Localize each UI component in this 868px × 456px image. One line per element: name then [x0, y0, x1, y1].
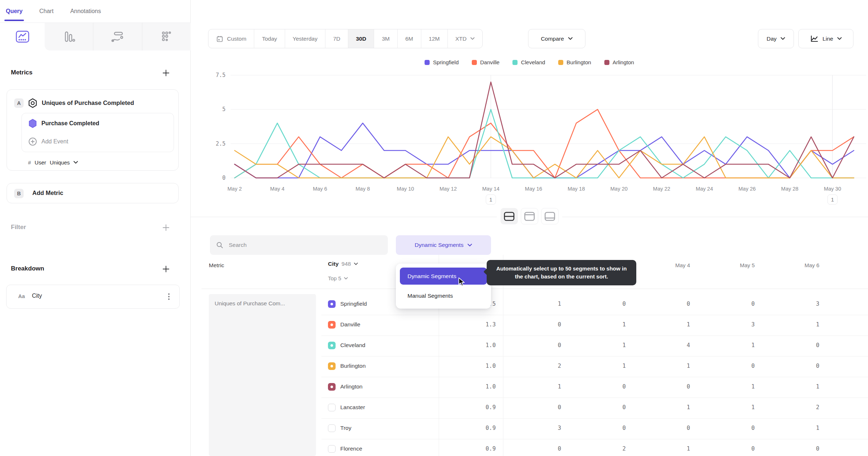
- add-filter-button[interactable]: [162, 224, 171, 232]
- metric-b-badge: B: [14, 189, 24, 198]
- segment-checkbox-florence[interactable]: [328, 445, 336, 453]
- range-yesterday[interactable]: Yesterday: [285, 29, 325, 48]
- compare-button[interactable]: Compare: [528, 29, 585, 48]
- search-input[interactable]: [228, 241, 382, 249]
- segment-checkbox-springfield[interactable]: [328, 300, 336, 308]
- row-divider: [321, 377, 868, 377]
- chevron-down-icon: [73, 161, 78, 164]
- table-cell: 1: [564, 321, 626, 328]
- segment-name[interactable]: Springfield: [340, 301, 367, 307]
- add-event-plus-icon: [28, 137, 38, 147]
- tab-query[interactable]: Query: [6, 8, 23, 15]
- segment-checkbox-arlington[interactable]: [328, 383, 336, 391]
- add-metric-label: Add Metric: [32, 190, 63, 196]
- metric-a-title: Uniques of Purchase Completed: [42, 99, 134, 106]
- segment-name[interactable]: Troy: [340, 425, 351, 431]
- segment-checkbox-lancaster[interactable]: [328, 404, 336, 411]
- range-custom[interactable]: Custom: [208, 29, 254, 48]
- top-n-selector[interactable]: Top 5: [328, 275, 348, 281]
- range-label: XTD: [455, 36, 467, 42]
- table-header-border: [202, 289, 868, 289]
- chart-type-line-active[interactable]: [0, 23, 45, 50]
- x-axis-tick: May 22: [653, 186, 670, 192]
- range-12m[interactable]: 12M: [421, 29, 447, 48]
- range-3m[interactable]: 3M: [374, 29, 397, 48]
- legend-item-arlington[interactable]: Arlington: [604, 59, 634, 65]
- chart-type-scatter[interactable]: [142, 23, 191, 50]
- table-cell: 1: [499, 301, 561, 307]
- segment-name[interactable]: Burlington: [340, 363, 366, 369]
- breakdown-item-city[interactable]: Aa City: [6, 285, 180, 309]
- segment-name[interactable]: Cleveland: [340, 342, 365, 349]
- chart-style-button[interactable]: Line: [798, 29, 853, 48]
- granularity-button[interactable]: Day: [758, 29, 794, 48]
- menu-item-dynamic-segments[interactable]: Dynamic Segments: [400, 268, 487, 285]
- menu-item-manual-segments[interactable]: Manual Segments: [400, 288, 487, 304]
- segment-name[interactable]: Danville: [340, 321, 360, 328]
- chart-type-bar[interactable]: [45, 23, 93, 50]
- segment-checkbox-danville[interactable]: [328, 321, 336, 329]
- layout-top-button[interactable]: [521, 208, 538, 224]
- annotation-badge-label: 1: [489, 196, 492, 203]
- range-6m[interactable]: 6M: [397, 29, 421, 48]
- table-cell: 1: [564, 342, 626, 349]
- segment-name[interactable]: Florence: [340, 445, 362, 452]
- legend-swatch: [558, 60, 563, 65]
- event-card: Purchase Completed Add Event: [21, 113, 174, 152]
- chart-type-flow[interactable]: [93, 23, 142, 50]
- legend-item-cleveland[interactable]: Cleveland: [512, 59, 545, 65]
- add-breakdown-button[interactable]: [162, 265, 171, 274]
- x-axis-tick: May 28: [781, 186, 799, 192]
- segment-name[interactable]: Arlington: [340, 383, 362, 390]
- range-label: Custom: [227, 36, 246, 42]
- chart-line-burlington[interactable]: [235, 137, 854, 178]
- range-xtd[interactable]: XTD: [447, 29, 482, 48]
- add-metric-plus-button[interactable]: [162, 69, 171, 78]
- segment-average: 1.0: [434, 363, 496, 369]
- measure-selector[interactable]: # User Uniques: [28, 159, 78, 166]
- chevron-down-icon: [780, 37, 785, 40]
- tab-chart[interactable]: Chart: [39, 8, 53, 15]
- annotation-badge-label: 1: [831, 196, 834, 203]
- tab-annotations[interactable]: Annotations: [70, 8, 101, 15]
- table-header-city[interactable]: City 948: [328, 261, 358, 267]
- granularity-label: Day: [767, 36, 777, 42]
- row-divider: [321, 356, 868, 357]
- legend-item-danville[interactable]: Danville: [472, 59, 499, 65]
- segment-search: [210, 235, 388, 255]
- flow-chart-icon: [111, 30, 125, 43]
- segment-mode-button[interactable]: Dynamic Segments: [396, 235, 491, 255]
- table-cell: 0: [499, 321, 561, 328]
- metric-a-badge: A: [14, 98, 24, 108]
- segment-checkbox-cleveland[interactable]: [328, 342, 336, 349]
- range-7d[interactable]: 7D: [325, 29, 348, 48]
- kebab-menu-icon[interactable]: [166, 293, 171, 301]
- range-today[interactable]: Today: [254, 29, 284, 48]
- metric-card-b[interactable]: B Add Metric: [7, 183, 179, 203]
- dynamic-segments-tooltip: Automatically select up to 50 segments t…: [487, 260, 636, 285]
- legend-swatch: [604, 60, 609, 65]
- segment-name[interactable]: Lancaster: [340, 404, 365, 411]
- add-event-button[interactable]: Add Event: [41, 138, 68, 145]
- legend-item-burlington[interactable]: Burlington: [558, 59, 591, 65]
- table-cell: 0: [499, 445, 561, 452]
- chart-line-springfield[interactable]: [235, 123, 854, 178]
- table-column-header: May 7: [822, 262, 868, 268]
- metric-card-a: A Uniques of Purchase Completed Purchase…: [7, 89, 179, 171]
- measure-type-label: Uniques: [50, 159, 70, 166]
- row-divider: [321, 398, 868, 398]
- layout-split-button[interactable]: [500, 208, 518, 224]
- table-cell: 0: [564, 301, 626, 307]
- segment-checkbox-troy[interactable]: [328, 424, 336, 432]
- event-name[interactable]: Purchase Completed: [41, 120, 99, 127]
- legend-item-springfield[interactable]: Springfield: [425, 59, 459, 65]
- segment-checkbox-burlington[interactable]: [328, 362, 336, 370]
- range-30d[interactable]: 30D: [348, 29, 374, 48]
- table-cell: 1: [693, 383, 755, 390]
- layout-bottom-button[interactable]: [541, 208, 559, 224]
- table-cell: 3: [499, 425, 561, 431]
- table-column-header: May 6: [758, 262, 819, 268]
- row-divider: [321, 335, 868, 336]
- chart-panel: CustomTodayYesterday7D30D3M6M12MXTD Comp…: [191, 0, 868, 456]
- table-cell: 0: [693, 363, 755, 369]
